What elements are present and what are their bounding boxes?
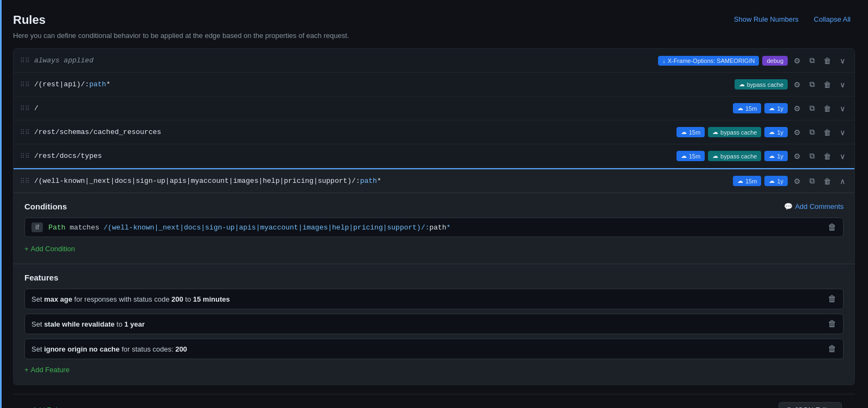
add-comments-button[interactable]: 💬 Add Comments	[784, 202, 844, 211]
badge-15m: ☁ 15m	[676, 127, 705, 137]
copy-button[interactable]: ⧉	[807, 54, 818, 67]
condition-row: if Path matches /(well-known|_next|docs|…	[24, 218, 844, 237]
copy-button[interactable]: ⧉	[807, 150, 818, 162]
badge-15m: ☁ 15m	[733, 176, 761, 186]
arrow-down-icon: ↓	[662, 58, 666, 64]
feature-bold3: 15 minutes	[193, 295, 230, 303]
features-section: Features Set max age for responses with …	[14, 264, 854, 385]
left-accent	[0, 0, 2, 408]
badge-bypass-cache: ☁ bypass cache	[735, 79, 788, 90]
expand-button[interactable]: ∨	[837, 55, 848, 67]
feature-delete-button[interactable]: 🗑	[828, 344, 837, 354]
rule-path: /	[34, 104, 733, 112]
feature-delete-button[interactable]: 🗑	[828, 294, 837, 304]
feature-bold: max age	[44, 295, 72, 303]
collapse-all-button[interactable]: Collapse All	[809, 13, 855, 25]
expand-button[interactable]: ∨	[837, 79, 848, 91]
add-feature-button[interactable]: + Add Feature	[24, 364, 69, 376]
feature-row: Set ignore origin no cache for status co…	[24, 339, 844, 359]
add-rule-button[interactable]: + Add Rule	[26, 406, 61, 408]
expanded-rule-badges: ☁ 15m ☁ 1y ⚙ ⧉ 🗑 ∧	[733, 175, 848, 187]
rule-badges: ☁ 15m ☁ bypass cache ☁ 1y ⚙ ⧉ 🗑 ∨	[676, 126, 848, 138]
conditions-section: Conditions 💬 Add Comments if Path matche…	[14, 193, 854, 264]
feature-bold2: 200	[175, 345, 187, 353]
feature-row: Set max age for responses with status co…	[24, 289, 844, 309]
gear-button[interactable]: ⚙	[791, 150, 803, 162]
if-badge: if	[31, 222, 43, 232]
expand-button[interactable]: ∨	[837, 150, 848, 162]
delete-button[interactable]: 🗑	[821, 55, 834, 67]
cloud-icon: ☁	[739, 81, 745, 88]
add-condition-button[interactable]: + Add Condition	[24, 243, 75, 255]
feature-bold: ignore origin no cache	[44, 345, 119, 353]
conditions-title: Conditions 💬 Add Comments	[24, 202, 844, 211]
gear-button[interactable]: ⚙	[791, 175, 803, 187]
curly-braces-icon: {}	[787, 406, 792, 408]
rule-badges: ☁ 15m ☁ 1y ⚙ ⧉ 🗑 ∨	[733, 102, 848, 114]
copy-button[interactable]: ⧉	[807, 126, 818, 138]
rules-container: ⠿⠿ always applied ↓ X-Frame-Options: SAM…	[13, 48, 855, 385]
delete-button[interactable]: 🗑	[821, 150, 834, 162]
badge-xframe: ↓ X-Frame-Options: SAMEORIGIN	[658, 56, 759, 66]
page-title: Rules	[13, 13, 855, 27]
rule-path: /rest/schemas/cached_resources	[34, 128, 676, 136]
badge-15m: ☁ 15m	[733, 103, 761, 113]
drag-handle-icon[interactable]: ⠿⠿	[20, 177, 30, 185]
feature-delete-button[interactable]: 🗑	[828, 319, 837, 329]
bottom-bar: + Add Rule {} JSON Editor	[13, 394, 855, 408]
json-editor-button[interactable]: {} JSON Editor	[778, 402, 842, 408]
rule-row: ⠿⠿ / ☁ 15m ☁ 1y ⚙ ⧉ 🗑 ∨	[14, 97, 854, 120]
copy-button[interactable]: ⧉	[807, 102, 818, 114]
feature-row: Set stale while revalidate to 1 year 🗑	[24, 314, 844, 334]
expanded-rule-header: ⠿⠿ /(well-known|_next|docs|sign-up|apis|…	[14, 169, 854, 193]
condition-delete-button[interactable]: 🗑	[828, 222, 837, 232]
plus-icon: +	[26, 406, 30, 408]
cloud-icon: ☁	[681, 129, 687, 136]
copy-button[interactable]: ⧉	[807, 175, 818, 187]
expand-button[interactable]: ∨	[837, 103, 848, 114]
feature-bold2: 200	[171, 295, 183, 303]
expanded-rule-path: /(well-known|_next|docs|sign-up|apis|mya…	[34, 177, 733, 185]
drag-handle-icon[interactable]: ⠿⠿	[20, 105, 30, 112]
show-rule-numbers-button[interactable]: Show Rule Numbers	[730, 13, 803, 25]
cloud-icon: ☁	[769, 177, 775, 184]
cloud-icon: ☁	[769, 105, 775, 112]
comment-icon: 💬	[784, 202, 793, 211]
rule-row: ⠿⠿ /rest/schemas/cached_resources ☁ 15m …	[14, 120, 854, 144]
condition-keyword: Path	[48, 224, 65, 232]
gear-button[interactable]: ⚙	[791, 79, 803, 91]
expand-button[interactable]: ∨	[837, 126, 848, 138]
delete-button[interactable]: 🗑	[821, 79, 834, 91]
page-container: Show Rule Numbers Collapse All Rules Her…	[0, 0, 868, 408]
badge-15m: ☁ 15m	[676, 151, 705, 161]
plus-icon: +	[24, 245, 29, 253]
cloud-icon: ☁	[737, 105, 743, 112]
cloud-icon: ☁	[769, 129, 775, 136]
gear-button[interactable]: ⚙	[791, 126, 803, 138]
plus-icon: +	[24, 366, 29, 374]
cloud-icon: ☁	[712, 129, 718, 136]
condition-text: Path matches /(well-known|_next|docs|sig…	[48, 224, 450, 232]
badge-bypass-cache: ☁ bypass cache	[708, 127, 761, 137]
badge-1y: ☁ 1y	[764, 176, 788, 186]
drag-handle-icon[interactable]: ⠿⠿	[20, 152, 30, 160]
gear-button[interactable]: ⚙	[791, 103, 803, 114]
collapse-button[interactable]: ∧	[837, 175, 848, 187]
features-title: Features	[24, 273, 844, 282]
feature-bold: stale while revalidate	[44, 320, 114, 328]
condition-path-value: /(well-known|_next|docs|sign-up|apis|mya…	[104, 224, 451, 232]
badge-bypass-cache: ☁ bypass cache	[708, 151, 761, 161]
cloud-icon: ☁	[712, 152, 718, 160]
gear-button[interactable]: ⚙	[791, 55, 803, 67]
delete-button[interactable]: 🗑	[821, 126, 834, 138]
cloud-icon: ☁	[681, 152, 687, 160]
drag-handle-icon[interactable]: ⠿⠿	[20, 129, 30, 136]
drag-handle-icon[interactable]: ⠿⠿	[20, 57, 30, 65]
rule-badges: ☁ bypass cache ⚙ ⧉ 🗑 ∨	[735, 78, 848, 91]
delete-button[interactable]: 🗑	[821, 103, 834, 114]
copy-button[interactable]: ⧉	[807, 78, 818, 91]
rule-badges: ☁ 15m ☁ bypass cache ☁ 1y ⚙ ⧉ 🗑 ∨	[676, 150, 848, 162]
drag-handle-icon[interactable]: ⠿⠿	[20, 81, 30, 88]
rule-path: /(rest|api)/:path*	[34, 80, 735, 88]
delete-button[interactable]: 🗑	[821, 175, 834, 187]
